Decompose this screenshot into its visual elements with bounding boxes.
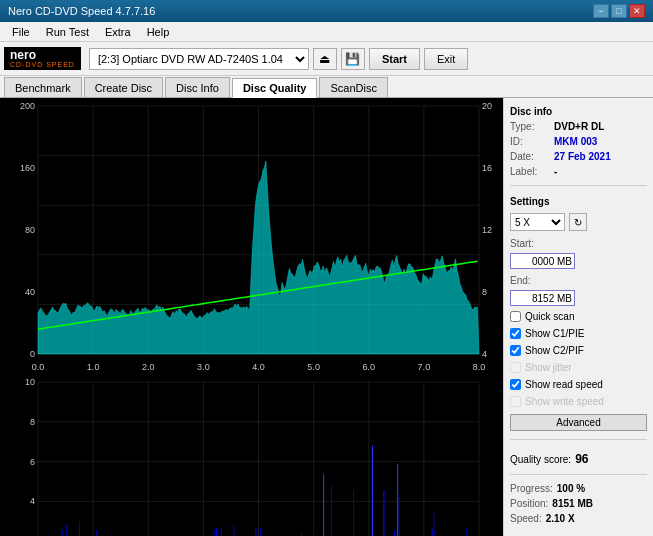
charts-container bbox=[0, 98, 503, 536]
quality-score-label: Quality score: bbox=[510, 454, 571, 465]
end-input[interactable]: 8152 MB bbox=[510, 290, 575, 306]
menu-extra[interactable]: Extra bbox=[97, 24, 139, 40]
show-write-speed-label: Show write speed bbox=[525, 396, 604, 407]
start-input[interactable]: 0000 MB bbox=[510, 253, 575, 269]
pi-failures-chart bbox=[0, 374, 503, 536]
tab-disc-quality[interactable]: Disc Quality bbox=[232, 78, 318, 98]
minimize-button[interactable]: − bbox=[593, 4, 609, 18]
end-label: End: bbox=[510, 275, 531, 286]
quick-scan-row: Quick scan bbox=[510, 311, 647, 322]
show-c2pif-checkbox[interactable] bbox=[510, 345, 521, 356]
show-read-speed-label[interactable]: Show read speed bbox=[525, 379, 603, 390]
pi-errors-chart bbox=[0, 98, 503, 374]
show-write-speed-row: Show write speed bbox=[510, 396, 647, 407]
speed-row: Speed: 2.10 X bbox=[510, 513, 647, 524]
show-read-speed-checkbox[interactable] bbox=[510, 379, 521, 390]
show-read-speed-row: Show read speed bbox=[510, 379, 647, 390]
date-val: 27 Feb 2021 bbox=[554, 151, 611, 162]
progress-value: 100 % bbox=[557, 483, 585, 494]
title-bar-title: Nero CD-DVD Speed 4.7.7.16 bbox=[8, 5, 155, 17]
position-row: Position: 8151 MB bbox=[510, 498, 647, 509]
position-value: 8151 MB bbox=[552, 498, 593, 509]
speed-value: 2.10 X bbox=[546, 513, 575, 524]
title-bar-controls: − □ ✕ bbox=[593, 4, 645, 18]
show-c2pif-label[interactable]: Show C2/PIF bbox=[525, 345, 584, 356]
start-button[interactable]: Start bbox=[369, 48, 420, 70]
show-jitter-checkbox bbox=[510, 362, 521, 373]
show-jitter-row: Show jitter bbox=[510, 362, 647, 373]
right-panel: Disc info Type: DVD+R DL ID: MKM 003 Dat… bbox=[503, 98, 653, 536]
save-button[interactable]: 💾 bbox=[341, 48, 365, 70]
settings-title: Settings bbox=[510, 196, 647, 207]
label-val: - bbox=[554, 166, 557, 177]
position-label: Position: bbox=[510, 498, 548, 509]
label-key: Label: bbox=[510, 166, 550, 177]
advanced-button[interactable]: Advanced bbox=[510, 414, 647, 431]
logo: nero CD-DVD SPEED bbox=[4, 47, 81, 70]
quality-score-value: 96 bbox=[575, 452, 588, 466]
progress-row: Progress: 100 % bbox=[510, 483, 647, 494]
type-key: Type: bbox=[510, 121, 550, 132]
close-button[interactable]: ✕ bbox=[629, 4, 645, 18]
progress-label: Progress: bbox=[510, 483, 553, 494]
main-content: PI Errors Average: 15.73 Maximum: 156 To… bbox=[0, 98, 653, 536]
speed-label: Speed: bbox=[510, 513, 542, 524]
menu-help[interactable]: Help bbox=[139, 24, 178, 40]
drive-select[interactable]: [2:3] Optiarc DVD RW AD-7240S 1.04 bbox=[89, 48, 309, 70]
menu-file[interactable]: File bbox=[4, 24, 38, 40]
logo-text: nero bbox=[10, 48, 36, 62]
settings-refresh-button[interactable]: ↻ bbox=[569, 213, 587, 231]
quick-scan-label[interactable]: Quick scan bbox=[525, 311, 574, 322]
eject-button[interactable]: ⏏ bbox=[313, 48, 337, 70]
id-val: MKM 003 bbox=[554, 136, 597, 147]
exit-button[interactable]: Exit bbox=[424, 48, 468, 70]
quality-score-row: Quality score: 96 bbox=[510, 452, 647, 466]
tab-disc-info[interactable]: Disc Info bbox=[165, 77, 230, 97]
tab-bar: Benchmark Create Disc Disc Info Disc Qua… bbox=[0, 76, 653, 98]
disc-info-title: Disc info bbox=[510, 106, 647, 117]
tab-benchmark[interactable]: Benchmark bbox=[4, 77, 82, 97]
menu-run-test[interactable]: Run Test bbox=[38, 24, 97, 40]
logo-subtitle: CD-DVD SPEED bbox=[10, 61, 75, 68]
show-write-speed-checkbox bbox=[510, 396, 521, 407]
menu-bar: File Run Test Extra Help bbox=[0, 22, 653, 42]
show-c1pie-row: Show C1/PIE bbox=[510, 328, 647, 339]
show-jitter-label: Show jitter bbox=[525, 362, 572, 373]
toolbar: nero CD-DVD SPEED [2:3] Optiarc DVD RW A… bbox=[0, 42, 653, 76]
speed-select[interactable]: 5 X Maximum 1 X 2 X 4 X 8 X bbox=[510, 213, 565, 231]
type-val: DVD+R DL bbox=[554, 121, 604, 132]
start-label: Start: bbox=[510, 238, 534, 249]
tab-scan-disc[interactable]: ScanDisc bbox=[319, 77, 387, 97]
quick-scan-checkbox[interactable] bbox=[510, 311, 521, 322]
charts-and-stats: PI Errors Average: 15.73 Maximum: 156 To… bbox=[0, 98, 503, 536]
maximize-button[interactable]: □ bbox=[611, 4, 627, 18]
date-key: Date: bbox=[510, 151, 550, 162]
show-c2pif-row: Show C2/PIF bbox=[510, 345, 647, 356]
id-key: ID: bbox=[510, 136, 550, 147]
title-bar: Nero CD-DVD Speed 4.7.7.16 − □ ✕ bbox=[0, 0, 653, 22]
tab-create-disc[interactable]: Create Disc bbox=[84, 77, 163, 97]
show-c1pie-label[interactable]: Show C1/PIE bbox=[525, 328, 584, 339]
show-c1pie-checkbox[interactable] bbox=[510, 328, 521, 339]
